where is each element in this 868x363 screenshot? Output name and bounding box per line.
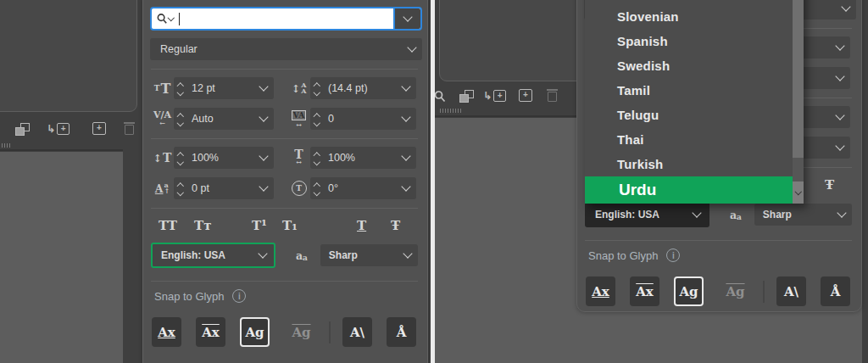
character-rotation-field[interactable]: 0° bbox=[310, 177, 416, 199]
leading-field[interactable]: (14.4 pt) bbox=[310, 77, 416, 99]
character-rotation-stepper[interactable] bbox=[310, 177, 324, 199]
scrollbar[interactable] bbox=[793, 0, 804, 204]
kerning-field[interactable]: Auto bbox=[174, 108, 274, 130]
vertical-scale-dropdown-button[interactable] bbox=[253, 147, 274, 169]
list-item[interactable]: Telugu bbox=[585, 103, 804, 127]
new-group-button[interactable]: ↳+ bbox=[47, 123, 70, 135]
horizontal-scale-field[interactable]: 100% bbox=[310, 147, 416, 169]
leading-stepper[interactable] bbox=[310, 77, 324, 99]
list-item[interactable]: Swedish bbox=[585, 53, 804, 78]
language-dropdown-button[interactable] bbox=[253, 244, 274, 266]
leading-value[interactable]: (14.4 pt) bbox=[324, 82, 395, 94]
small-caps-button[interactable]: Tᴛ bbox=[192, 216, 213, 235]
snap-glyph-bounds-button[interactable]: Ag bbox=[240, 317, 270, 347]
font-style-dropdown-button[interactable] bbox=[401, 38, 422, 60]
vertical-scale-stepper[interactable] bbox=[174, 147, 187, 169]
font-size-field[interactable]: 12 pt bbox=[174, 77, 274, 99]
scroll-down-button[interactable] bbox=[793, 182, 804, 204]
anti-alias-select[interactable]: Sharp bbox=[320, 244, 418, 266]
snap-glyph-bounds-button[interactable]: Ag bbox=[674, 276, 704, 306]
list-item[interactable]: Tamil bbox=[585, 78, 804, 103]
baseline-shift-value[interactable]: 0 pt bbox=[187, 182, 253, 194]
font-search-input[interactable] bbox=[180, 8, 393, 29]
underline-button[interactable]: T bbox=[355, 216, 368, 235]
snap-xheight-button[interactable]: Ax bbox=[196, 317, 225, 347]
kerning-value[interactable]: Auto bbox=[187, 113, 253, 125]
chevron-down-icon bbox=[259, 249, 268, 258]
duplicate-layer-button[interactable] bbox=[459, 90, 474, 103]
font-style-dropdown-button[interactable] bbox=[835, 0, 856, 20]
scrollbar-thumb[interactable] bbox=[793, 0, 804, 158]
anti-alias-dropdown-button[interactable] bbox=[397, 244, 418, 266]
language-select[interactable]: English: USA bbox=[151, 243, 275, 268]
language-value: English: USA bbox=[587, 209, 687, 221]
baseline-shift-stepper[interactable] bbox=[174, 177, 187, 199]
character-rotation-dropdown-button[interactable] bbox=[829, 137, 850, 159]
superscript-button[interactable]: T¹ bbox=[250, 216, 269, 235]
font-dropdown-button[interactable] bbox=[393, 8, 420, 29]
subscript-button[interactable]: T₁ bbox=[281, 216, 299, 235]
font-size-stepper[interactable] bbox=[174, 77, 187, 99]
new-item-button[interactable]: + bbox=[92, 122, 106, 135]
tracking-icon: VA↔ bbox=[287, 110, 310, 128]
horizontal-scale-icon: T↔ bbox=[287, 151, 310, 165]
background-panel-fragment bbox=[0, 0, 137, 112]
duplicate-layer-button[interactable] bbox=[15, 123, 30, 136]
tracking-value[interactable]: 0 bbox=[324, 113, 395, 125]
chevron-down-icon bbox=[401, 182, 410, 191]
strikethrough-button[interactable]: Ŧ bbox=[389, 216, 402, 235]
snap-angular-guides-button[interactable]: A\ bbox=[776, 276, 806, 306]
font-size-dropdown-button[interactable] bbox=[253, 77, 274, 99]
kerning-stepper[interactable] bbox=[174, 108, 187, 130]
chevron-down-icon bbox=[168, 14, 175, 21]
list-item[interactable]: Spanish bbox=[585, 29, 804, 53]
snap-baseline-button[interactable]: Ax bbox=[152, 317, 181, 347]
strikethrough-button[interactable]: Ŧ bbox=[823, 176, 836, 194]
character-rotation-dropdown-button[interactable] bbox=[395, 177, 416, 199]
new-item-button[interactable]: + bbox=[519, 89, 532, 102]
tracking-dropdown-button[interactable] bbox=[829, 67, 850, 89]
vertical-scale-value[interactable]: 100% bbox=[187, 152, 253, 164]
snap-baseline-button[interactable]: Ax bbox=[586, 276, 615, 306]
snap-xheight-button[interactable]: Ax bbox=[630, 276, 659, 306]
anti-alias-select[interactable]: Sharp bbox=[754, 204, 852, 226]
snap-anchor-points-button[interactable]: Å bbox=[821, 276, 850, 306]
snap-glyph-bounds-disabled-button[interactable]: Ag bbox=[287, 317, 316, 347]
panel-resize-grip bbox=[2, 143, 12, 148]
kerning-dropdown-button[interactable] bbox=[253, 108, 274, 130]
horizontal-scale-dropdown-button[interactable] bbox=[395, 147, 416, 169]
vertical-scale-field[interactable]: 100% bbox=[174, 147, 274, 169]
list-item[interactable]: Turkish bbox=[585, 152, 804, 176]
font-style-select[interactable]: Regular bbox=[150, 38, 422, 60]
horizontal-scale-value[interactable]: 100% bbox=[324, 152, 395, 164]
font-size-value[interactable]: 12 pt bbox=[187, 82, 253, 94]
tracking-dropdown-button[interactable] bbox=[395, 108, 416, 130]
list-item[interactable]: Slovenian bbox=[585, 4, 804, 29]
list-item-selected[interactable]: Urdu bbox=[585, 176, 793, 204]
tracking-stepper[interactable] bbox=[310, 108, 324, 130]
new-group-button[interactable]: ↳+ bbox=[483, 90, 506, 102]
anti-alias-dropdown-button[interactable] bbox=[831, 204, 852, 226]
snap-angular-guides-button[interactable]: A\ bbox=[342, 317, 372, 347]
font-search-field[interactable] bbox=[150, 7, 422, 31]
language-select[interactable]: English: USA bbox=[585, 202, 709, 227]
baseline-shift-field[interactable]: 0 pt bbox=[174, 177, 274, 199]
delete-button[interactable] bbox=[124, 121, 135, 135]
all-caps-button[interactable]: TT bbox=[157, 216, 179, 235]
baseline-shift-dropdown-button[interactable] bbox=[253, 177, 274, 199]
character-rotation-value[interactable]: 0° bbox=[324, 182, 395, 194]
info-icon[interactable]: i bbox=[232, 289, 246, 303]
snap-glyph-bounds-disabled-button[interactable]: Ag bbox=[721, 276, 750, 306]
snap-anchor-points-button[interactable]: Å bbox=[387, 317, 416, 347]
search-icon[interactable] bbox=[433, 90, 447, 103]
tracking-field[interactable]: 0 bbox=[310, 108, 416, 130]
horizontal-scale-dropdown-button[interactable] bbox=[829, 106, 850, 128]
leading-dropdown-button[interactable] bbox=[395, 77, 416, 99]
info-icon[interactable]: i bbox=[666, 249, 680, 262]
list-item[interactable]: Thai bbox=[585, 127, 804, 152]
leading-dropdown-button[interactable] bbox=[829, 36, 850, 59]
snap-to-glyph-label: Snap to Glyph bbox=[154, 290, 224, 303]
language-dropdown-button[interactable] bbox=[687, 204, 708, 226]
delete-button[interactable] bbox=[547, 88, 558, 102]
horizontal-scale-stepper[interactable] bbox=[310, 147, 324, 169]
